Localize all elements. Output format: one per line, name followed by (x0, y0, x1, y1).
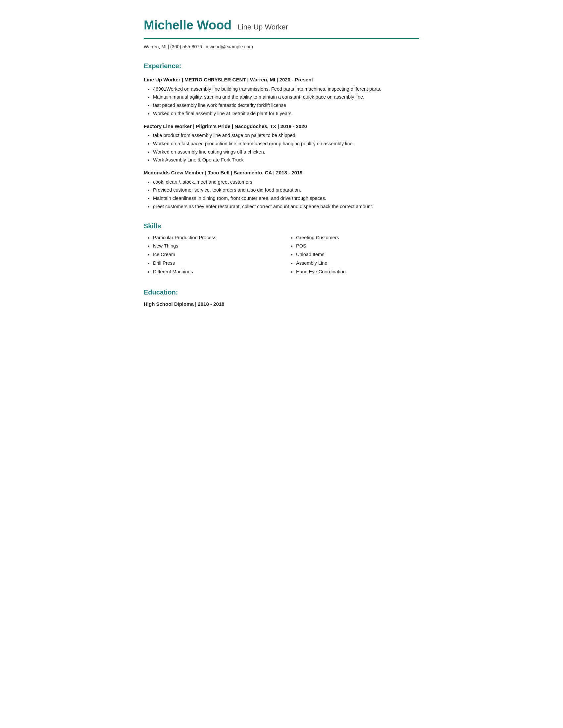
job-bullet-0-2: fast paced assembly line work fantastic … (153, 102, 419, 109)
job-bullet-0-1: Maintain manual agility, stamina and the… (153, 94, 419, 101)
experience-section-title: Experience: (144, 61, 419, 71)
candidate-title: Line Up Worker (238, 23, 288, 31)
job-bullet-1-1: Worked on a fast paced production line i… (153, 140, 419, 148)
skill-right-3: Assembly Line (296, 260, 419, 267)
candidate-name: Michelle Wood (144, 18, 231, 32)
contact-info: Warren, MI | (360) 555-8076 | mwood@exam… (144, 43, 419, 50)
skills-right-list: Greeting CustomersPOSUnload ItemsAssembl… (296, 234, 419, 276)
skills-section: Skills Particular Production ProcessNew … (144, 221, 419, 277)
skill-left-0: Particular Production Process (153, 234, 276, 242)
job-entry-0: Line Up Worker | METRO CHRYSLER CENT | W… (144, 76, 419, 117)
job-bullets-1: take product from assembly line and stag… (153, 132, 419, 164)
job-entry-2: Mcdonalds Crew Member | Taco Bell | Sacr… (144, 169, 419, 210)
header-divider (144, 38, 419, 39)
job-bullet-1-2: Worked on assembly line cutting wings of… (153, 149, 419, 156)
skill-right-2: Unload Items (296, 251, 419, 258)
skills-section-title: Skills (144, 221, 419, 231)
skills-left-list: Particular Production ProcessNew ThingsI… (153, 234, 276, 276)
skills-right-col: Greeting CustomersPOSUnload ItemsAssembl… (287, 234, 419, 277)
education-section-title: Education: (144, 287, 419, 297)
job-bullets-0: 46901Worked on assembly line building tr… (153, 86, 419, 117)
skill-right-4: Hand Eye Coordination (296, 268, 419, 276)
skill-left-3: Drill Press (153, 260, 276, 267)
job-title-1: Factory Line Worker | Pilgrim's Pride | … (144, 123, 419, 130)
skill-left-4: Different Machines (153, 268, 276, 276)
job-bullet-1-3: Work Assembly Line & Operate Fork Truck (153, 157, 419, 164)
experience-list: Line Up Worker | METRO CHRYSLER CENT | W… (144, 76, 419, 210)
job-bullet-2-3: greet customers as they enter restaurant… (153, 203, 419, 210)
skill-left-1: New Things (153, 243, 276, 250)
job-bullet-1-0: take product from assembly line and stag… (153, 132, 419, 139)
job-bullet-0-0: 46901Worked on assembly line building tr… (153, 86, 419, 93)
job-bullet-2-2: Maintain cleanliness in dining room, fro… (153, 195, 419, 202)
job-title-2: Mcdonalds Crew Member | Taco Bell | Sacr… (144, 169, 419, 177)
education-entry-0: High School Diploma | 2018 - 2018 (144, 300, 419, 308)
skill-right-1: POS (296, 243, 419, 250)
job-bullet-2-0: cook, clean./..stock..meet and greet cus… (153, 179, 419, 186)
job-title-0: Line Up Worker | METRO CHRYSLER CENT | W… (144, 76, 419, 84)
job-bullets-2: cook, clean./..stock..meet and greet cus… (153, 179, 419, 210)
job-bullet-2-1: Provided customer service, took orders a… (153, 187, 419, 194)
job-bullet-0-3: Worked on the final assembly line at Det… (153, 110, 419, 117)
job-entry-1: Factory Line Worker | Pilgrim's Pride | … (144, 123, 419, 164)
skills-left-col: Particular Production ProcessNew ThingsI… (144, 234, 276, 277)
education-list: High School Diploma | 2018 - 2018 (144, 300, 419, 308)
resume-header: Michelle Wood Line Up Worker (144, 16, 419, 35)
education-section: Education: High School Diploma | 2018 - … (144, 287, 419, 308)
skills-grid: Particular Production ProcessNew ThingsI… (144, 234, 419, 277)
skill-right-0: Greeting Customers (296, 234, 419, 242)
skill-left-2: Ice Cream (153, 251, 276, 258)
